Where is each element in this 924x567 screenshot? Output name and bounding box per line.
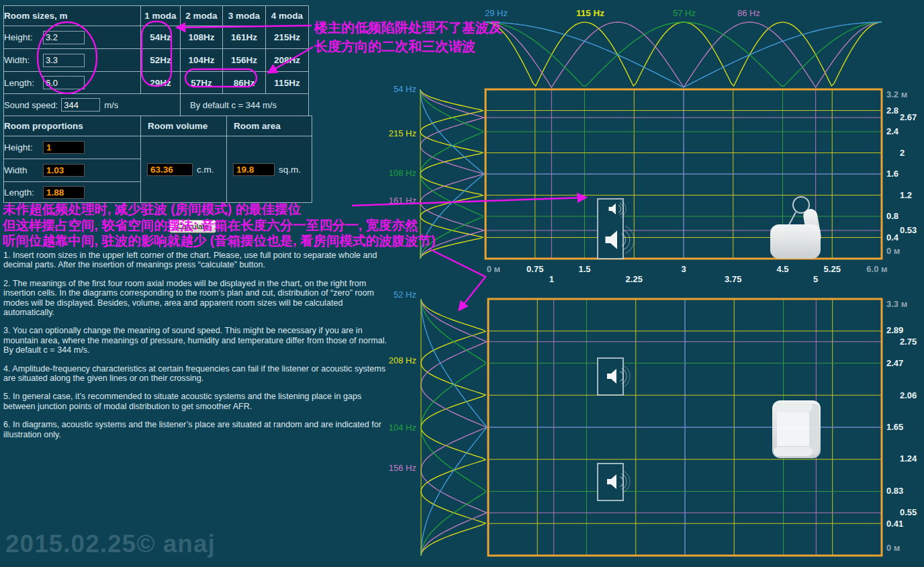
freq-length-2moda: 57Hz	[181, 72, 223, 94]
freq-height-2moda: 108Hz	[181, 26, 223, 49]
listener-armchair-cut	[770, 197, 822, 259]
header-3-moda: 3 moda	[223, 6, 266, 26]
sound-speed-label: Sound speed:	[4, 100, 58, 110]
annotation-arrow-to-plan	[430, 249, 486, 310]
length-mode-label: 115 Hz	[576, 8, 604, 18]
speaker-plan-bottom	[598, 464, 630, 500]
freq-length-4moda: 115Hz	[266, 72, 309, 94]
instruction-1: 1. Insert room sizes in the upper left c…	[3, 251, 391, 270]
area-header: Room area	[227, 116, 312, 136]
room-mode-calculator-page: Room sizes, m 1 moda 2 moda 3 moda 4 mod…	[0, 0, 924, 567]
speaker-cone-icon	[609, 204, 616, 215]
length-mode-label: 86 Hz	[737, 8, 760, 18]
sound-wave-icon	[618, 206, 621, 213]
proportions-header: Room proportions	[4, 116, 141, 136]
date-watermark: 2015.02.25© anaj	[5, 530, 216, 558]
width-mode-label: 104 Hz	[389, 423, 416, 433]
width-mode-curve	[421, 299, 487, 556]
room-volume-value	[147, 163, 193, 176]
bottom-axis-label: 1.5	[578, 264, 590, 274]
instruction-3: 3. You can optionally change the meaning…	[3, 326, 391, 355]
width-mode-curve	[421, 299, 487, 556]
length-label: Length:	[4, 78, 43, 88]
freq-height-4moda: 215Hz	[266, 26, 309, 49]
prop-height-label: Height:	[4, 142, 43, 152]
width-mode-label: 52 Hz	[394, 290, 416, 300]
length-mode-curve	[486, 22, 882, 86]
listener-head-icon	[793, 197, 809, 213]
room-area-value	[233, 163, 275, 176]
right-axis-label: 3.3 м	[886, 299, 907, 309]
room-sizes-table: Room sizes, m 1 moda 2 moda 3 moda 4 mod…	[3, 5, 309, 116]
width-mode-curve	[421, 299, 486, 556]
sound-wave-icon	[620, 372, 623, 382]
freq-length-1moda: 29Hz	[141, 72, 181, 94]
length-mode-curve	[486, 22, 882, 87]
bottom-axis-label: 2.25	[626, 274, 643, 284]
sound-wave-icon	[623, 230, 630, 250]
speaker-cut-view	[598, 199, 634, 259]
freq-width-1moda: 52Hz	[141, 49, 181, 72]
sound-wave-icon	[623, 471, 631, 493]
length-input[interactable]	[43, 76, 85, 89]
right-axis-label: 0.4	[886, 232, 899, 243]
height-input[interactable]	[43, 31, 85, 44]
annotation-mid-line1: 未作超低频处理时, 减少驻波 (房间模式) 的最佳摆位	[3, 202, 436, 218]
height-label: Height:	[4, 32, 43, 42]
annotation-top-line2: 长度方向的二次和三次谐波	[314, 37, 502, 56]
sound-wave-icon	[621, 368, 627, 384]
bottom-axis-label: 1	[549, 274, 554, 284]
prop-width-label: Width	[4, 165, 43, 175]
width-mode-curve	[421, 299, 486, 556]
sound-wave-icon	[623, 365, 631, 388]
height-mode-label: 215 Hz	[389, 128, 416, 138]
right-axis-label: 2.06	[900, 390, 917, 400]
right-axis-label: 1.24	[900, 453, 917, 464]
annotation-top: 楼主的低频陷阱处理不了基波及 长度方向的二次和三次谐波	[314, 18, 502, 56]
right-axis-label: 2.75	[900, 337, 917, 347]
right-axis-label: 0.53	[900, 225, 917, 235]
freq-width-4moda: 208Hz	[266, 49, 309, 72]
default-speed-note: By default c = 344 m/s	[181, 94, 309, 116]
right-axis-label: 1.65	[886, 422, 903, 432]
bottom-axis-label: 3	[681, 264, 686, 274]
right-axis-label: 0.83	[886, 486, 903, 496]
sound-wave-icon	[625, 226, 634, 254]
right-axis-label: 0.55	[900, 507, 917, 517]
right-axis-label: 0 м	[886, 246, 900, 256]
instructions-block: 1. Insert room sizes in the upper left c…	[3, 251, 391, 448]
bottom-axis-label: 5	[813, 274, 818, 284]
width-mode-label: 208 Hz	[389, 355, 416, 365]
sound-speed-input[interactable]	[61, 98, 100, 112]
volume-header: Room volume	[141, 116, 227, 136]
annotation-top-line1: 楼主的低频陷阱处理不了基波及	[314, 18, 502, 37]
speaker-cone-icon	[606, 230, 618, 249]
width-input[interactable]	[43, 54, 85, 67]
sound-wave-icon	[622, 234, 626, 246]
right-axis-label: 0.41	[886, 519, 903, 529]
speaker-plan-top	[598, 358, 630, 395]
freq-width-3moda: 156Hz	[223, 49, 266, 72]
instruction-5: 5. In general case, it’s recommended to …	[3, 392, 391, 411]
length-mode-curve	[486, 22, 882, 86]
instruction-4: 4. Amplitude-frequency characteristics a…	[3, 364, 391, 384]
instruction-6: 6. In diagrams, acoustic systems and the…	[3, 420, 391, 439]
height-mode-label: 54 Hz	[394, 84, 416, 94]
prop-width-value	[43, 164, 85, 177]
right-axis-label: 2.8	[886, 105, 898, 116]
freq-width-2moda: 104Hz	[181, 49, 223, 72]
bottom-axis-label: 0.75	[526, 264, 543, 274]
header-1-moda: 1 moda	[141, 6, 181, 26]
right-axis-label: 0.8	[886, 211, 898, 221]
annotation-mid-line2: 但这样摆占空间, 较省空间的摆法: 音箱在长度六分一至四分一, 宽度亦然	[3, 218, 436, 234]
freq-length-3moda: 86Hz	[223, 72, 266, 94]
area-unit: sq.m.	[279, 165, 301, 175]
freq-height-1moda: 54Hz	[141, 26, 181, 49]
length-mode-curve	[486, 22, 882, 87]
listener-armchair-plan	[772, 400, 821, 458]
room-plan-outline	[488, 299, 882, 556]
right-axis-label: 3.2 м	[886, 89, 907, 99]
sound-speed-unit: m/s	[104, 100, 118, 110]
bottom-axis-label: 6.0 м	[866, 264, 887, 274]
right-axis-label: 2	[900, 148, 905, 158]
